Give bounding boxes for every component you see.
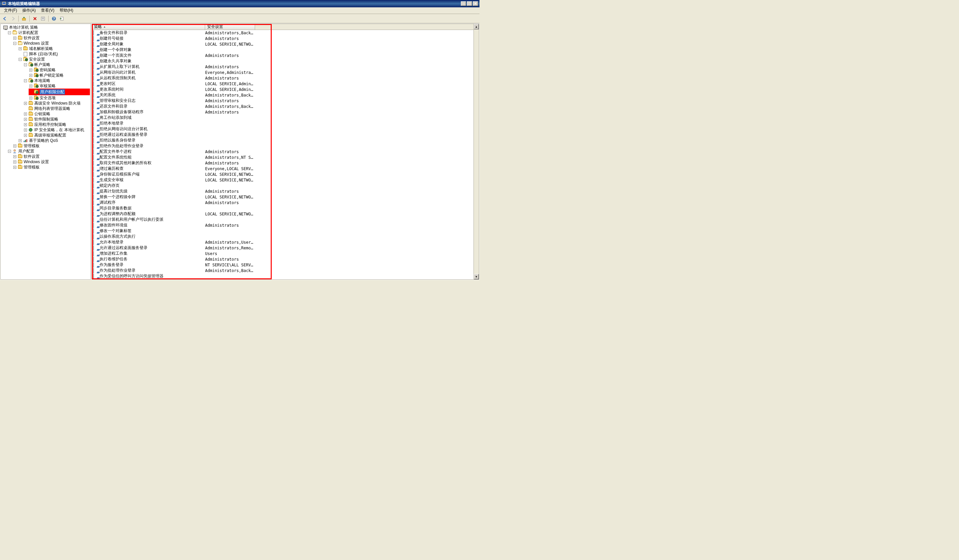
tree-advanced-audit[interactable]: +高级审核策略配置 (23, 132, 90, 138)
policy-row[interactable]: 创建一个令牌对象 (92, 47, 479, 52)
tree-audit-policy[interactable]: +审核策略 (29, 83, 90, 89)
policy-row[interactable]: 从远程系统强制关机Administrators (92, 75, 479, 81)
collapse-icon[interactable]: − (24, 63, 27, 66)
tree-public-key[interactable]: +公钥策略 (23, 111, 90, 116)
expand-icon[interactable]: + (29, 84, 32, 88)
collapse-icon[interactable]: − (8, 150, 11, 153)
expand-icon[interactable]: + (13, 37, 16, 40)
policy-row[interactable]: 拒绝通过远程桌面服务登录 (92, 132, 479, 137)
policy-row[interactable]: 同步目录服务数据 (92, 205, 479, 211)
forward-button[interactable] (9, 15, 17, 22)
policy-row[interactable]: 拒绝作为批处理作业登录 (92, 143, 479, 149)
policy-row[interactable]: 创建永久共享对象 (92, 58, 479, 64)
policy-row[interactable]: 为进程调整内存配额LOCAL SERVICE,NETWOR... (92, 211, 479, 217)
tree-software-settings[interactable]: +软件设置 (13, 35, 90, 41)
expand-icon[interactable]: + (29, 97, 32, 100)
policy-row[interactable]: 配置文件系统性能Administrators,NT SE... (92, 154, 479, 160)
expand-icon[interactable]: + (24, 134, 27, 137)
policy-row[interactable]: 增加进程工作集Users (92, 251, 479, 256)
column-header-setting[interactable]: 安全设置 (205, 24, 255, 30)
expand-icon[interactable]: + (13, 161, 16, 164)
expand-icon[interactable]: + (24, 102, 27, 105)
policy-row[interactable]: 创建符号链接Administrators (92, 36, 479, 41)
policy-row[interactable]: 拒绝本地登录 (92, 121, 479, 126)
expand-icon[interactable]: + (29, 68, 32, 72)
tree-lockout-policy[interactable]: +帐户锁定策略 (29, 73, 90, 78)
policy-row[interactable]: 提高计划优先级Administrators (92, 188, 479, 194)
policy-row[interactable]: 配置文件单个进程Administrators (92, 149, 479, 154)
policy-row[interactable]: 允许通过远程桌面服务登录Administrators,Remot... (92, 245, 479, 251)
tree-user-rights[interactable]: +用户权限分配 (29, 89, 90, 95)
policy-row[interactable]: 加载和卸载设备驱动程序Administrators (92, 109, 479, 115)
close-button[interactable]: ✕ (473, 2, 478, 6)
tree-user-software-settings[interactable]: +软件设置 (13, 154, 90, 159)
policy-row[interactable]: 取得文件或其他对象的所有权Administrators (92, 160, 479, 166)
policy-row[interactable]: 将工作站添加到域 (92, 115, 479, 121)
policy-row[interactable]: 作为服务登录NT SERVICE\ALL SERVI... (92, 262, 479, 268)
list-body[interactable]: 备份文件和目录Administrators,Backu...创建符号链接Admi… (92, 30, 479, 279)
policy-row[interactable]: 关闭系统Administrators,Backu... (92, 92, 479, 98)
policy-row[interactable]: 以操作系统方式执行 (92, 234, 479, 239)
expand-icon[interactable]: + (24, 129, 27, 132)
policy-row[interactable]: 拒绝从网络访问这台计算机 (92, 126, 479, 132)
expand-icon[interactable]: + (24, 123, 27, 126)
policy-row[interactable]: 创建全局对象LOCAL SERVICE,NETWOR... (92, 41, 479, 47)
delete-button[interactable] (31, 15, 39, 22)
policy-row[interactable]: 还原文件和目录Administrators,Backu... (92, 103, 479, 109)
tree-password-policy[interactable]: +密码策略 (29, 67, 90, 73)
policy-row[interactable]: 拒绝以服务身份登录 (92, 137, 479, 143)
policy-row[interactable]: 执行卷维护任务Administrators (92, 256, 479, 262)
tree-ip-security[interactable]: +IP 安全策略，在 本地计算机 (23, 127, 90, 132)
policy-row[interactable]: 从扩展坞上取下计算机Administrators (92, 64, 479, 70)
properties-button[interactable] (39, 15, 46, 22)
export-button[interactable] (58, 15, 65, 22)
policy-row[interactable]: 允许本地登录Administrators,Users... (92, 239, 479, 245)
policy-row[interactable]: 修改一个对象标签 (92, 228, 479, 234)
expand-icon[interactable]: + (13, 166, 16, 169)
tree-advanced-firewall[interactable]: +高级安全 Windows 防火墙 (23, 100, 90, 106)
tree-policy-qos[interactable]: +基于策略的 QoS (18, 138, 90, 143)
policy-row[interactable]: 作为批处理作业登录Administrators,Backu... (92, 268, 479, 273)
policy-row[interactable]: 备份文件和目录Administrators,Backu... (92, 30, 479, 36)
help-button[interactable]: ? (50, 15, 57, 22)
collapse-icon[interactable]: − (24, 79, 27, 82)
policy-row[interactable]: 生成安全审核LOCAL SERVICE,NETWOR... (92, 177, 479, 183)
tree-account-policies[interactable]: −帐户策略 (23, 62, 90, 67)
tree-software-restriction[interactable]: +软件限制策略 (23, 116, 90, 122)
expand-icon[interactable]: + (24, 118, 27, 121)
policy-row[interactable]: 身份验证后模拟客户端LOCAL SERVICE,NETWOR... (92, 172, 479, 177)
expand-icon[interactable]: + (13, 145, 16, 148)
tree-windows-settings[interactable]: −Windows 设置 (13, 41, 90, 46)
minimize-button[interactable]: ─ (461, 2, 466, 6)
policy-row[interactable]: 更改系统时间LOCAL SERVICE,Admini... (92, 87, 479, 92)
policy-row[interactable]: 替换一个进程级令牌LOCAL SERVICE,NETWOR... (92, 194, 479, 200)
tree-user-config[interactable]: −用户配置 (7, 148, 90, 154)
vertical-scrollbar[interactable]: ▲ ▼ (473, 24, 479, 279)
tree-scripts[interactable]: 脚本 (启动/关机) (18, 51, 90, 57)
menu-action[interactable]: 操作(A) (20, 7, 38, 14)
tree-network-list[interactable]: 网络列表管理器策略 (23, 106, 90, 111)
collapse-icon[interactable]: − (8, 31, 11, 34)
scroll-up-icon[interactable]: ▲ (474, 24, 479, 29)
tree-security-settings[interactable]: −安全设置 (18, 57, 90, 62)
collapse-icon[interactable]: − (19, 58, 22, 61)
tree-root[interactable]: 本地计算机 策略 (2, 25, 90, 30)
tree-app-control[interactable]: +应用程序控制策略 (23, 122, 90, 127)
tree-user-admin-templates[interactable]: +管理模板 (13, 164, 90, 170)
tree-pane[interactable]: 本地计算机 策略 − 计算机配置 +软件设置 (0, 24, 91, 280)
policy-row[interactable]: 修改固件环境值Administrators (92, 223, 479, 228)
expand-icon[interactable]: + (19, 139, 22, 142)
expand-icon[interactable]: + (24, 113, 27, 116)
tree-name-resolution[interactable]: +域名解析策略 (18, 46, 90, 51)
policy-row[interactable]: 锁定内存页 (92, 183, 479, 188)
collapse-icon[interactable]: − (13, 42, 16, 45)
policy-row[interactable]: 管理审核和安全日志Administrators (92, 98, 479, 103)
scroll-down-icon[interactable]: ▼ (474, 274, 479, 279)
expand-icon[interactable]: + (13, 155, 16, 158)
tree-local-policies[interactable]: −本地策略 (23, 78, 90, 83)
policy-row[interactable]: 作为受信任的呼叫方访问凭据管理器 (92, 273, 479, 279)
tree-user-windows-settings[interactable]: +Windows 设置 (13, 159, 90, 164)
menu-help[interactable]: 帮助(H) (57, 7, 76, 14)
policy-row[interactable]: 创建一个页面文件Administrators (92, 52, 479, 58)
tree-computer-config[interactable]: − 计算机配置 (7, 30, 90, 35)
